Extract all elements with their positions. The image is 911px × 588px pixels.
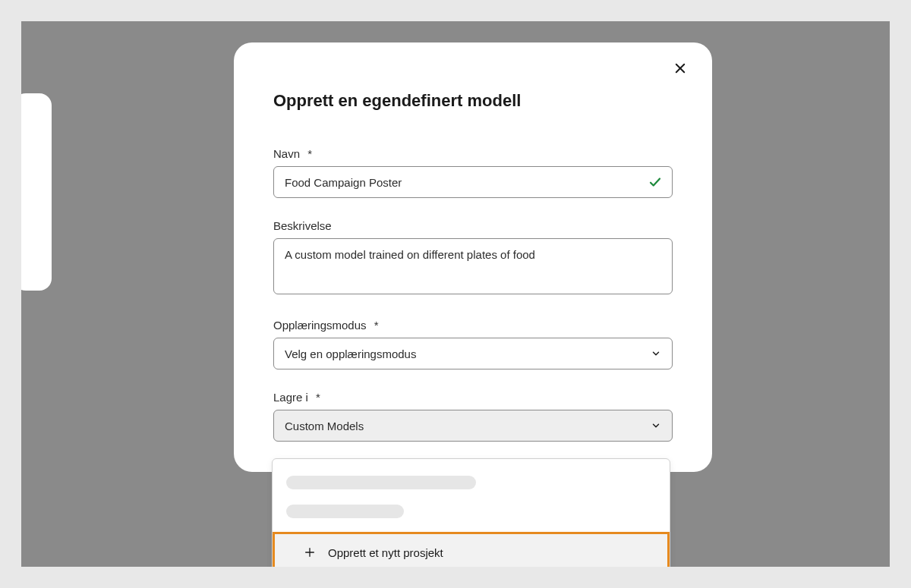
close-button[interactable] xyxy=(670,59,691,80)
required-mark: * xyxy=(307,147,312,160)
save-in-field: Lagre i * Custom Models xyxy=(273,391,673,442)
create-new-project-label: Opprett et nytt prosjekt xyxy=(328,546,443,559)
create-new-project-button[interactable]: Opprett et nytt prosjekt xyxy=(273,532,670,567)
description-label: Beskrivelse xyxy=(273,219,673,232)
name-field: Navn * xyxy=(273,147,673,198)
name-input[interactable] xyxy=(273,166,673,198)
create-custom-model-dialog: Opprett en egendefinert modell Navn * Be… xyxy=(234,42,712,472)
close-icon xyxy=(673,61,687,78)
modal-backdrop: Opprett en egendefinert modell Navn * Be… xyxy=(21,21,890,567)
checkmark-icon xyxy=(648,175,662,189)
description-field: Beskrivelse xyxy=(273,219,673,297)
save-in-select[interactable]: Custom Models xyxy=(273,410,673,442)
training-mode-field: Opplæringsmodus * Velg en opplæringsmodu… xyxy=(273,319,673,369)
plus-icon xyxy=(304,546,316,558)
save-in-label: Lagre i * xyxy=(273,391,673,404)
save-in-selected: Custom Models xyxy=(285,420,364,432)
chevron-down-icon xyxy=(651,420,661,431)
training-mode-placeholder: Velg en opplæringsmodus xyxy=(285,347,416,360)
chevron-down-icon xyxy=(651,348,661,359)
training-mode-label: Opplæringsmodus * xyxy=(273,319,673,332)
training-mode-select[interactable]: Velg en opplæringsmodus xyxy=(273,338,673,369)
save-in-dropdown: Opprett et nytt prosjekt xyxy=(272,458,670,567)
description-input[interactable] xyxy=(273,238,673,294)
skeleton-row xyxy=(286,476,476,489)
name-label: Navn * xyxy=(273,147,673,160)
dropdown-options-loading xyxy=(273,459,670,532)
background-card xyxy=(21,93,52,291)
required-mark: * xyxy=(374,319,379,332)
skeleton-row xyxy=(286,505,404,518)
dialog-title: Opprett en egendefinert modell xyxy=(273,91,673,111)
name-input-wrap xyxy=(273,166,673,198)
required-mark: * xyxy=(316,391,320,404)
